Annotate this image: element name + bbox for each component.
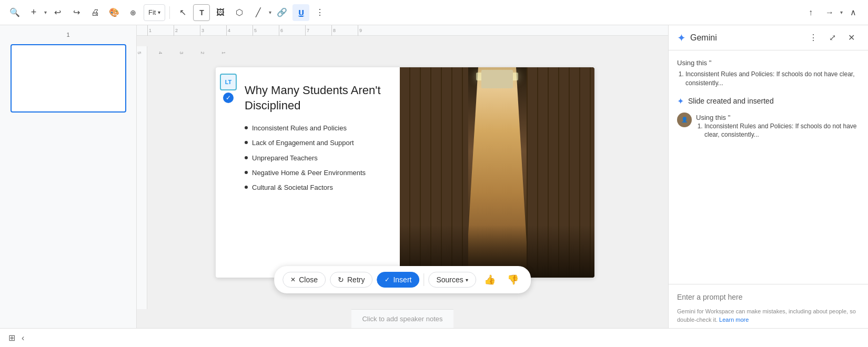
chat-list-2: Inconsistent Rules and Policies: If scho…: [696, 122, 860, 140]
add-chevron[interactable]: ▾: [44, 9, 47, 15]
bullet-text-3: Unprepared Teachers: [252, 154, 318, 163]
bullet-dot-1: [245, 126, 248, 129]
bullet-dot-5: [245, 186, 248, 189]
separator-1: [169, 6, 170, 19]
slide-text-column: Why Many Students Aren't Disciplined Inc…: [216, 67, 400, 278]
insert-label: Insert: [393, 275, 411, 284]
close-label: Close: [299, 275, 318, 284]
fit-selector[interactable]: Fit ▾: [144, 4, 165, 21]
add-button[interactable]: +: [25, 4, 42, 21]
learn-more-link[interactable]: Learn more: [719, 317, 749, 323]
bottom-bar: ⊞ ‹: [0, 328, 868, 347]
chat-list-item-2: Inconsistent Rules and Policies: If scho…: [704, 122, 860, 140]
paint-format-button[interactable]: 🎨: [106, 4, 123, 21]
canvas-wrapper: 1 2 3 4 5 LT ✓ Why Many Stud: [137, 36, 668, 309]
close-button[interactable]: ✕ Close: [282, 272, 326, 288]
undo-button[interactable]: ↩: [49, 4, 66, 21]
cursor-tool-button[interactable]: ↖: [174, 4, 191, 21]
user-message-content: Using this " Inconsistent Rules and Poli…: [696, 113, 860, 142]
thumbs-up-button[interactable]: 👍: [480, 270, 499, 289]
speaker-notes[interactable]: Click to add speaker notes: [351, 309, 453, 328]
hallway-image: [400, 67, 594, 278]
bullet-text-2: Lack of Engagement and Support: [252, 138, 354, 148]
slide-content-area: LT ✓ Why Many Students Aren't Discipline…: [137, 36, 668, 309]
search-button[interactable]: 🔍: [6, 4, 23, 21]
gemini-header: ✦ Gemini ⋮ ⤢ ✕: [669, 25, 868, 50]
bullet-text-4: Negative Home & Peer Environments: [252, 168, 366, 178]
ceiling-light: [476, 73, 518, 80]
slide-card[interactable]: LT ✓ Why Many Students Aren't Discipline…: [216, 67, 594, 278]
sources-chevron-icon: ▾: [466, 277, 468, 283]
zoom-button[interactable]: ⊕: [125, 4, 142, 21]
bullet-4: Negative Home & Peer Environments: [245, 168, 389, 178]
gemini-prompt-input[interactable]: [677, 291, 860, 303]
ruler-tick-9: 9: [358, 25, 384, 36]
redo-button[interactable]: ↪: [68, 4, 85, 21]
slide-created-text: Slide created and inserted: [688, 97, 774, 105]
line-tool-button[interactable]: ╱: [250, 4, 267, 21]
ruler-tick-8: 8: [331, 25, 358, 36]
collapse-button[interactable]: ∧: [845, 4, 862, 21]
bullet-3: Unprepared Teachers: [245, 154, 389, 163]
slide-panel: 1: [0, 25, 137, 328]
chat-using-text-2: Using this ": [696, 114, 730, 121]
bullet-text-5: Cultural & Societal Factors: [252, 183, 333, 192]
collapse-panel-button[interactable]: ‹: [22, 333, 24, 343]
insert-check-icon: ✓: [385, 276, 390, 283]
ruler-tick-6: 6: [279, 25, 305, 36]
bullet-text-1: Inconsistent Rules and Policies: [252, 124, 347, 133]
fit-chevron-icon: ▾: [158, 9, 160, 15]
insert-button[interactable]: ✓ Insert: [377, 272, 419, 288]
close-x-icon: ✕: [290, 276, 296, 283]
line-chevron-icon[interactable]: ▾: [269, 9, 271, 15]
lt-badge: LT ✓: [220, 74, 237, 103]
gemini-expand-button[interactable]: ⤢: [824, 29, 841, 46]
text-tool-button[interactable]: T: [193, 4, 210, 21]
disclaimer-text: Gemini for Workspace can make mistakes, …: [677, 308, 856, 322]
slide-thumbnail[interactable]: [11, 44, 126, 113]
shapes-tool-button[interactable]: ⬡: [231, 4, 248, 21]
grid-view-button[interactable]: ⊞: [8, 333, 15, 343]
fit-label: Fit: [148, 8, 156, 16]
thumbs-down-button[interactable]: 👎: [503, 270, 522, 289]
gemini-panel: ✦ Gemini ⋮ ⤢ ✕ Using this " Inconsistent…: [668, 25, 868, 328]
bullet-dot-2: [245, 141, 248, 144]
bullet-dot-3: [245, 156, 248, 159]
ruler-tick-5: 5: [253, 25, 279, 36]
canvas-area: 1 2 3 4 5 6 7 8 9 1 2 3 4 5: [137, 25, 668, 328]
image-tool-button[interactable]: 🖼: [212, 4, 229, 21]
bullet-1: Inconsistent Rules and Policies: [245, 124, 389, 133]
chat-list-item-1: Inconsistent Rules and Policies: If scho…: [685, 70, 860, 88]
underline-tool-button[interactable]: U̲: [292, 4, 309, 21]
ruler-tick-7: 7: [305, 25, 331, 36]
gemini-title: Gemini: [690, 33, 801, 43]
chat-slide-created: ✦ Slide created and inserted: [677, 96, 860, 106]
chat-using-text-1: Using this ": [677, 59, 860, 67]
gemini-star-small-icon: ✦: [677, 96, 684, 106]
gemini-header-actions: ⋮ ⤢ ✕: [805, 29, 860, 46]
gemini-more-button[interactable]: ⋮: [805, 29, 822, 46]
speaker-notes-placeholder: Click to add speaker notes: [362, 315, 442, 323]
bullet-5: Cultural & Societal Factors: [245, 183, 389, 192]
gemini-star-icon: ✦: [677, 32, 686, 44]
slideshow-chevron-icon[interactable]: ▾: [840, 9, 843, 15]
main-area: 1 1 2 3 4 5 6 7 8 9 1 2 3: [0, 25, 868, 328]
lt-check-icon: ✓: [223, 93, 234, 103]
sources-button[interactable]: Sources ▾: [428, 272, 476, 288]
slide-number: 1: [4, 32, 132, 38]
gemini-close-button[interactable]: ✕: [843, 29, 860, 46]
retry-icon: ↻: [338, 275, 344, 284]
gemini-disclaimer: Gemini for Workspace can make mistakes, …: [677, 308, 860, 324]
user-avatar: 👤: [677, 113, 692, 127]
more-options-button[interactable]: ⋮: [311, 4, 328, 21]
chat-list-1: Inconsistent Rules and Policies: If scho…: [677, 70, 860, 90]
slideshow-button[interactable]: →: [821, 4, 838, 21]
print-button[interactable]: 🖨: [87, 4, 104, 21]
bullet-2: Lack of Engagement and Support: [245, 138, 389, 148]
chat-message-1: Using this " Inconsistent Rules and Poli…: [677, 59, 860, 90]
ruler-tick-4: 4: [226, 25, 253, 36]
retry-button[interactable]: ↻ Retry: [330, 272, 372, 288]
ruler-horizontal: 1 2 3 4 5 6 7 8 9: [137, 25, 668, 36]
link-tool-button[interactable]: 🔗: [274, 4, 290, 21]
share-button[interactable]: ↑: [802, 4, 819, 21]
